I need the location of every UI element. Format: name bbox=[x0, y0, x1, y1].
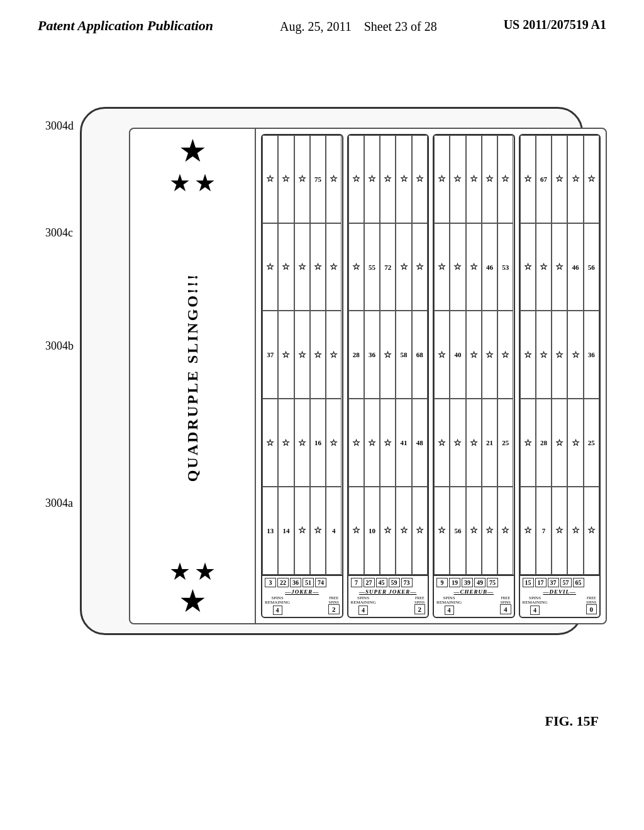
label-3004b: 3004b bbox=[45, 340, 74, 353]
bingo-grid-1: ☆ ☆ ☆ 75 ☆ ☆ ☆ ☆ ☆ ☆ 37 ☆ ☆ bbox=[262, 135, 342, 575]
left-section: ★ ★ ★ QUADRUPLE SLINGO!!! bbox=[130, 129, 256, 623]
header-center: Aug. 25, 2011 Sheet 23 of 28 bbox=[280, 18, 437, 35]
game-card-2: ☆ ☆ ☆ ☆ ☆ ☆ 55 72 ☆ ☆ 28 36 ☆ bbox=[347, 134, 430, 618]
bingo-grid-2: ☆ ☆ ☆ ☆ ☆ ☆ 55 72 ☆ ☆ 28 36 ☆ bbox=[348, 135, 428, 575]
card-numbers-3: 9 19 39 49 75 bbox=[436, 578, 511, 587]
sheet-info: Sheet 23 of 28 bbox=[364, 19, 437, 33]
label-3004a: 3004a bbox=[45, 497, 73, 510]
right-section: ☆ ☆ ☆ 75 ☆ ☆ ☆ ☆ ☆ ☆ 37 ☆ ☆ bbox=[256, 129, 606, 623]
device-frame: ★ ★ ★ QUADRUPLE SLINGO!!! bbox=[80, 107, 583, 635]
card-numbers-2: 7 27 45 59 73 bbox=[351, 578, 426, 587]
game-card-1: ☆ ☆ ☆ 75 ☆ ☆ ☆ ☆ ☆ ☆ 37 ☆ ☆ bbox=[261, 134, 343, 618]
card-spins-4: SPINSREMAINING 4 FREESPINS 0 bbox=[523, 596, 597, 615]
card-label-3: —CHERUB— bbox=[436, 589, 511, 595]
figure-container: 3004d 3004c 3004b 3004a ★ ★ ★ bbox=[45, 107, 599, 767]
figure-label: FIG. 15F bbox=[545, 713, 599, 729]
game-card-3: ☆ ☆ ☆ ☆ ☆ ☆ ☆ ☆ 46 53 ☆ 40 ☆ bbox=[433, 134, 515, 618]
card-label-2: —SUPER JOKER— bbox=[351, 589, 426, 595]
bingo-grid-4: ☆ 67 ☆ ☆ ☆ ☆ ☆ ☆ 46 56 ☆ ☆ ☆ bbox=[520, 135, 600, 575]
card-bottom-2: 7 27 45 59 73 —SUPER JOKER— SPINSREMAINI… bbox=[348, 575, 428, 617]
stars-bottom: ★ ★ ★ bbox=[169, 558, 216, 617]
card-numbers-1: 3 22 36 51 74 bbox=[265, 578, 340, 587]
quadruple-slingo-title: QUADRUPLE SLINGO!!! bbox=[184, 273, 202, 482]
bingo-grid-3: ☆ ☆ ☆ ☆ ☆ ☆ ☆ ☆ 46 53 ☆ 40 ☆ bbox=[434, 135, 514, 575]
main-content: 3004d 3004c 3004b 3004a ★ ★ ★ bbox=[38, 94, 606, 792]
card-label-1: —JOKER— bbox=[265, 589, 340, 595]
publication-label: Patent Application Publication bbox=[38, 18, 213, 34]
card-spins-1: SPINSREMAINING 4 FREESPINS 2 bbox=[265, 596, 340, 615]
stars-top: ★ ★ ★ bbox=[169, 135, 216, 197]
publication-date: Aug. 25, 2011 bbox=[280, 19, 352, 33]
card-bottom-4: 15 17 37 57 65 —DEVIL— SPINSREMAINING 4 bbox=[520, 575, 600, 617]
patent-number: US 2011/207519 A1 bbox=[504, 18, 606, 32]
inner-panel: ★ ★ ★ QUADRUPLE SLINGO!!! bbox=[129, 128, 607, 624]
card-numbers-4: 15 17 37 57 65 bbox=[523, 578, 597, 587]
label-3004d: 3004d bbox=[45, 119, 74, 133]
title-area: ★ ★ ★ QUADRUPLE SLINGO!!! bbox=[169, 135, 216, 617]
page-header: Patent Application Publication Aug. 25, … bbox=[0, 0, 644, 35]
card-label-4: —DEVIL— bbox=[523, 589, 597, 595]
card-bottom-3: 9 19 39 49 75 —CHERUB— SPINSREMAINING 4 bbox=[434, 575, 514, 617]
card-bottom-1: 3 22 36 51 74 —JOKER— SPINSREMAINING 4 bbox=[262, 575, 342, 617]
label-3004c: 3004c bbox=[45, 226, 73, 240]
game-card-4: ☆ 67 ☆ ☆ ☆ ☆ ☆ ☆ 46 56 ☆ ☆ ☆ bbox=[519, 134, 601, 618]
card-spins-3: SPINSREMAINING 4 FREESPINS 4 bbox=[436, 596, 511, 615]
card-spins-2: SPINSREMAINING 4 FREESPINS 2 bbox=[351, 596, 426, 615]
